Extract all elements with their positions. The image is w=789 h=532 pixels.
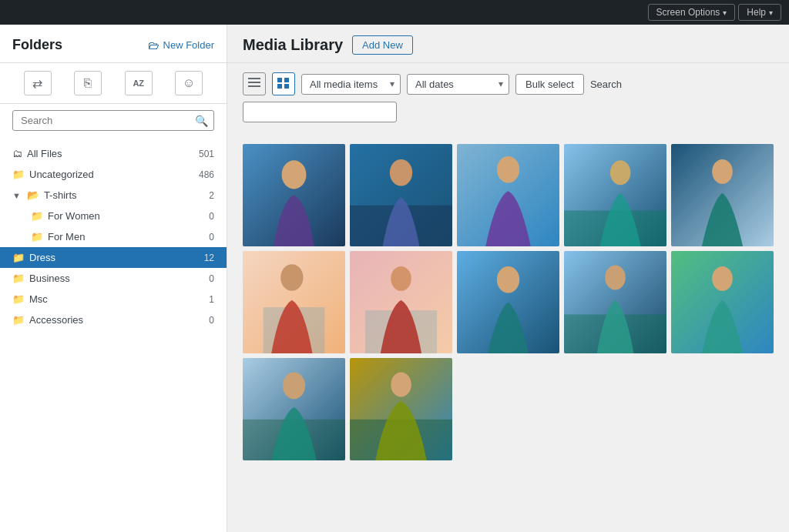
media-thumbnail	[671, 144, 774, 246]
sidebar-item-for-men[interactable]: 📁 For Men 0	[0, 226, 227, 247]
media-thumbnail	[243, 144, 345, 246]
sidebar-item-for-women[interactable]: 📁 For Women 0	[0, 206, 227, 226]
svg-rect-2	[248, 85, 260, 87]
folder-toolbar: ⇄ ⎘ AZ ☺	[0, 63, 227, 104]
sort-az-icon: AZ	[133, 79, 144, 88]
folder-search-input[interactable]	[12, 110, 214, 131]
for-women-count: 0	[209, 211, 214, 222]
help-arrow-icon: ▾	[769, 8, 773, 17]
sort-az-button[interactable]: AZ	[125, 71, 153, 95]
sidebar-item-accessories[interactable]: 📁 Accessories 0	[0, 309, 227, 330]
t-shirts-icon: 📂	[27, 189, 39, 201]
media-item[interactable]	[243, 358, 345, 460]
sidebar: Folders 🗁 New Folder ⇄ ⎘ AZ ☺	[0, 25, 227, 532]
bulk-select-button[interactable]: Bulk select	[515, 74, 584, 95]
folder-search-wrap: 🔍	[12, 110, 214, 131]
media-item[interactable]	[243, 251, 345, 353]
folder-search-area: 🔍	[0, 104, 227, 137]
svg-point-34	[283, 373, 305, 400]
dress-count: 12	[204, 253, 214, 263]
media-item[interactable]	[671, 251, 774, 353]
dress-icon: 📁	[12, 252, 25, 263]
move-icon-button[interactable]: ⇄	[24, 71, 52, 95]
folder-sub-t-shirts: 📁 For Women 0 📁 For Men 0	[0, 206, 227, 247]
media-search-input[interactable]	[243, 102, 397, 122]
sidebar-header: Folders 🗁 New Folder	[0, 25, 227, 63]
business-icon: 📁	[12, 273, 25, 284]
media-item[interactable]	[457, 251, 559, 353]
media-thumbnail	[457, 144, 559, 246]
svg-point-26	[497, 266, 519, 293]
new-folder-button[interactable]: 🗁 New Folder	[148, 38, 214, 52]
media-toolbar: All media items Images Audio Video Docum…	[227, 63, 789, 132]
media-item[interactable]	[564, 144, 666, 246]
sidebar-item-all-files[interactable]: 🗂 All Files 501	[0, 143, 227, 164]
media-thumbnail	[243, 358, 345, 460]
media-item[interactable]	[350, 251, 452, 353]
sidebar-item-business[interactable]: 📁 Business 0	[0, 268, 227, 289]
svg-point-21	[280, 264, 303, 291]
media-thumbnail	[350, 358, 452, 460]
svg-point-29	[605, 266, 626, 290]
screen-options-arrow-icon: ▾	[723, 8, 727, 17]
media-thumbnail	[564, 251, 666, 353]
svg-rect-3	[277, 78, 282, 82]
list-view-button[interactable]	[243, 72, 266, 95]
screen-options-button[interactable]: Screen Options ▾	[648, 4, 736, 21]
folder-item-left: 📁 Business	[12, 273, 70, 284]
sidebar-title: Folders	[12, 37, 62, 53]
grid-view-button[interactable]	[272, 72, 295, 95]
media-item[interactable]	[564, 251, 666, 353]
media-item[interactable]	[350, 358, 452, 460]
add-new-button[interactable]: Add New	[352, 35, 413, 55]
svg-rect-4	[284, 78, 289, 82]
dates-filter-select[interactable]: All dates January 2024 December 2023	[407, 74, 509, 95]
svg-rect-6	[284, 84, 289, 89]
sidebar-item-msc[interactable]: 📁 Msc 1	[0, 289, 227, 309]
emoji-button[interactable]: ☺	[175, 71, 203, 95]
media-item[interactable]	[457, 144, 559, 246]
folder-item-left: 📁 Dress	[12, 252, 55, 263]
sidebar-item-dress[interactable]: 📁 Dress 12	[0, 247, 227, 268]
media-filter-select[interactable]: All media items Images Audio Video Docum…	[301, 74, 401, 95]
main-content: Media Library Add New	[227, 25, 789, 532]
media-item[interactable]	[243, 144, 345, 246]
for-women-label: For Women	[48, 210, 100, 222]
svg-point-8	[282, 160, 307, 189]
folder-item-left: 📁 Uncategorized	[12, 169, 94, 180]
media-thumbnail	[243, 251, 345, 353]
media-thumbnail	[564, 144, 666, 246]
move-icon: ⇄	[32, 76, 42, 91]
copy-icon-button[interactable]: ⎘	[74, 71, 102, 95]
media-content	[227, 132, 789, 532]
business-label: Business	[29, 273, 70, 284]
all-files-label: All Files	[27, 148, 62, 159]
folder-item-left: 📁 For Men	[31, 231, 85, 243]
layout: Folders 🗁 New Folder ⇄ ⎘ AZ ☺	[0, 25, 789, 532]
for-men-label: For Men	[48, 231, 85, 243]
search-label: Search	[590, 79, 622, 90]
media-item[interactable]	[671, 144, 774, 246]
folder-item-left: 🗂 All Files	[12, 148, 62, 159]
svg-rect-5	[277, 84, 282, 89]
media-thumbnail	[350, 251, 452, 353]
folder-item-left: 📁 Accessories	[12, 314, 83, 326]
page-title: Media Library	[243, 36, 343, 54]
msc-count: 1	[209, 294, 214, 305]
accessories-label: Accessories	[29, 314, 83, 326]
media-thumbnail	[671, 251, 774, 353]
msc-icon: 📁	[12, 293, 25, 305]
grid-view-icon	[277, 78, 290, 91]
folder-item-left: 📁 Msc	[12, 293, 48, 305]
sidebar-item-t-shirts[interactable]: ▼ 📂 T-shirts 2	[0, 185, 227, 206]
accessories-count: 0	[209, 315, 214, 326]
svg-point-37	[391, 373, 411, 397]
help-button[interactable]: Help ▾	[738, 4, 781, 21]
media-item[interactable]	[350, 144, 452, 246]
sidebar-item-uncategorized[interactable]: 📁 Uncategorized 486	[0, 164, 227, 185]
t-shirts-expand-button[interactable]: ▼	[12, 191, 21, 200]
media-grid	[243, 144, 774, 460]
t-shirts-label: T-shirts	[44, 189, 77, 201]
folder-item-left: 📁 For Women	[31, 210, 100, 222]
media-thumbnail	[457, 251, 559, 353]
